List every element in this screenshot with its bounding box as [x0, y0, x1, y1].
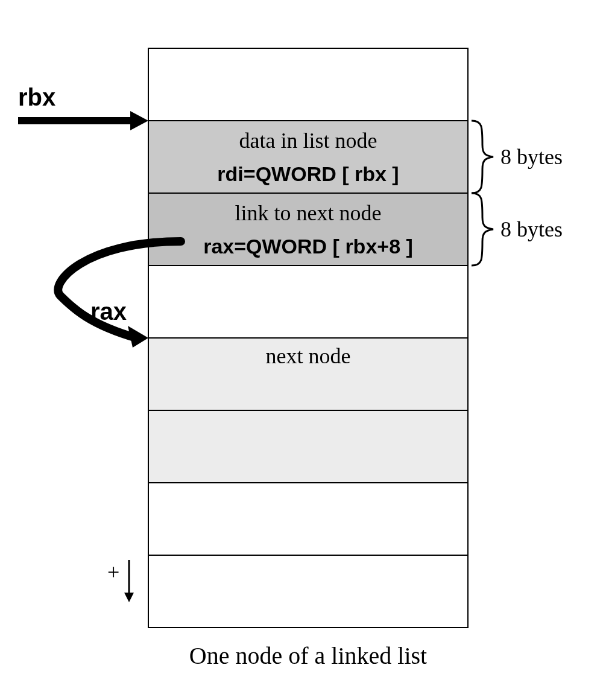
brace-icon: [472, 193, 493, 266]
rax-arrow-head: [128, 326, 148, 348]
row-data-expr: rdi=QWORD [ rbx ]: [217, 162, 399, 185]
plus-label: +: [107, 560, 119, 584]
row-data-title: data in list node: [239, 129, 377, 153]
row-next-title: next node: [266, 344, 351, 368]
diagram-svg: data in list node rdi=QWORD [ rbx ] link…: [0, 0, 606, 700]
row-blank-6: [148, 483, 468, 555]
row-next-link: [148, 410, 468, 483]
linked-list-node-diagram: data in list node rdi=QWORD [ rbx ] link…: [0, 0, 606, 700]
rbx-arrow-head: [130, 111, 148, 130]
rbx-label: rbx: [18, 84, 55, 110]
down-arrow-head: [124, 593, 134, 602]
row-link-expr: rax=QWORD [ rbx+8 ]: [203, 235, 413, 258]
brace-icon: [472, 121, 493, 193]
data-bytes-label: 8 bytes: [500, 145, 563, 169]
diagram-caption: One node of a linked list: [189, 642, 427, 669]
rax-label: rax: [90, 298, 127, 325]
link-bytes-label: 8 bytes: [500, 217, 563, 241]
row-link-title: link to next node: [235, 201, 382, 225]
